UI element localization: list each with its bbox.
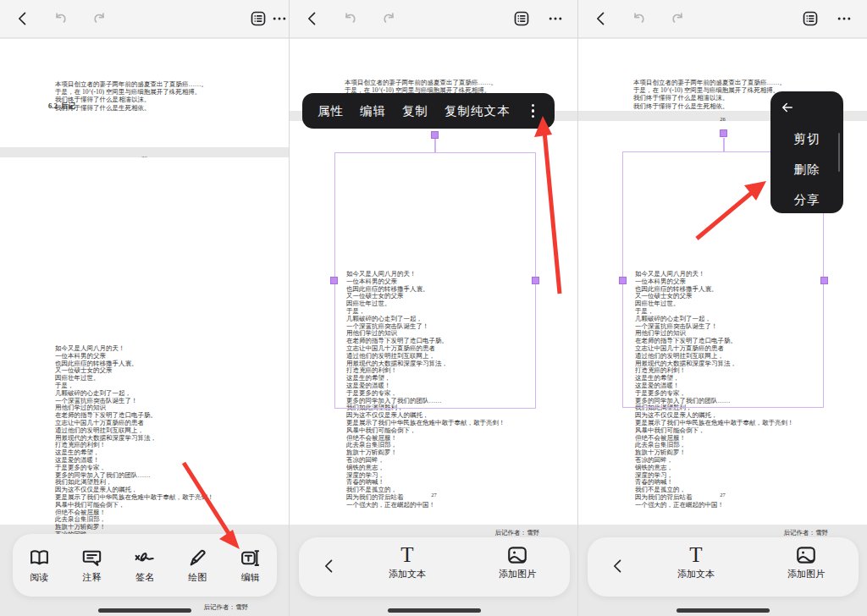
pdf-page-27: 如今又是人间八月的天！一位本科男的父亲也因此癌症的转移撒手人寰。又一位硕士女的父… [0,157,289,525]
context-menu-item-edit[interactable]: 编辑 [360,103,386,119]
more-menu-button[interactable] [546,9,565,28]
author-line: 后记作者：雪野 [346,530,539,537]
edit-bottom-toolbar: T 添加文本 添加图片 [299,537,570,597]
top-toolbar [578,0,867,37]
outline-button[interactable] [249,9,268,28]
image-icon [506,544,528,566]
screen-edit-selection: 本项目创立者的妻子两年前的盛夏查出了直肠癌……。于是，在 10^(-10) 空间… [290,0,578,616]
text-selection-box[interactable] [334,152,536,409]
add-text-label: 添加文本 [677,568,715,580]
more-menu-button[interactable] [270,9,289,28]
outline-button[interactable] [801,9,820,28]
add-image-label: 添加图片 [787,568,825,580]
tool-annotate[interactable]: 注释 [69,547,115,584]
paragraph-line: 本项目创立者的妻子两年前的盛夏查出了直肠癌……。 [633,79,841,86]
pdf-page-26: 6.2 后记 本项目创立者的妻子两年前的盛夏查出了直肠癌……。于是，在 10^(… [0,39,289,147]
tool-draw[interactable]: 编辑 绘图 [174,547,220,584]
add-text-label: 添加文本 [389,568,426,580]
edit-bottom-toolbar: T 添加文本 添加图片 [588,537,859,597]
context-menu-overflow-icon[interactable] [527,101,540,122]
toolbar-back-button[interactable] [321,558,340,576]
paragraph-line: 本项目创立者的妻子两年前的盛夏查出了直肠癌……。 [55,80,262,88]
selection-stem [723,138,725,152]
context-menu-item-copy[interactable]: 复制 [402,103,428,119]
menu-scroll-indicator [838,133,840,172]
tool-sign[interactable]: 签名 [122,547,168,584]
redo-button[interactable] [668,9,687,28]
selection-context-menu: 属性 编辑 复制 复制纯文本 [302,93,555,129]
tool-read-label: 阅读 [30,571,48,584]
paragraph-line: 于是，在 10^(-10) 空间里与癌细胞展开了殊死相搏。 [55,88,262,96]
menu-item-share[interactable]: 分享 [770,192,843,208]
menu-item-cut[interactable]: 剪切 [770,131,843,147]
screen-overflow-menu: 本项目创立者的妻子两年前的盛夏查出了直肠癌……。于是，在 10^(-10) 空间… [578,0,867,616]
selection-stem [434,139,436,153]
top-toolbar [290,0,578,37]
poem-line: 一个强大的，正在崛起的中国！ [346,502,539,509]
add-image-button[interactable]: 添加图片 [768,544,844,580]
poem-line: 因癌壮年过世。 [55,375,248,382]
back-button[interactable] [592,9,610,28]
redo-button[interactable] [90,9,108,28]
context-menu-item-copy-plain[interactable]: 复制纯文本 [445,103,511,119]
text-T-icon: T [689,544,702,566]
tool-sign-label: 签名 [135,571,154,584]
paragraph-line: 我们终于懂得了什么是生死相依。 [55,104,262,112]
tool-annotate-label: 注释 [83,571,102,584]
page26-paragraph: 本项目创立者的妻子两年前的盛夏查出了直肠癌……。于是，在 10^(-10) 空间… [55,80,262,112]
paragraph-line: 本项目创立者的妻子两年前的盛夏查出了直肠癌……。 [345,79,552,86]
selection-overflow-menu: 剪切 删除 分享 [770,91,843,213]
selection-handle-right[interactable] [820,277,828,284]
mode-toolbar: 阅读 注释 签名 编辑 绘图 编辑 [13,534,277,597]
selection-handle-top[interactable] [720,129,727,137]
undo-button[interactable] [341,9,360,28]
screen-read-mode: 6.2 后记 本项目创立者的妻子两年前的盛夏查出了直肠癌……。于是，在 10^(… [0,0,289,616]
home-indicator[interactable] [98,608,191,613]
add-image-label: 添加图片 [499,568,536,580]
page-number: 27 [290,492,578,498]
tool-read[interactable]: 阅读 [16,547,62,584]
tool-edit-label: 编辑 [241,571,260,584]
poem-line: 一个强大的，正在崛起的中国！ [635,502,828,509]
panel-divider [577,0,578,616]
tool-edit[interactable]: 编辑 [228,547,273,584]
author-line: 后记作者：雪野 [635,530,828,537]
add-text-button[interactable]: T 添加文本 [369,544,445,580]
selection-handle-right[interactable] [532,277,539,284]
top-toolbar [0,0,289,37]
selection-handle-top[interactable] [431,131,439,139]
selection-handle-left[interactable] [330,277,338,284]
redo-button[interactable] [379,9,398,28]
undo-button[interactable] [630,9,649,28]
home-indicator[interactable] [388,608,481,613]
toolbar-back-button[interactable] [610,558,628,576]
outline-button[interactable] [512,9,531,28]
undo-button[interactable] [52,9,70,28]
menu-back-button[interactable] [779,100,798,117]
paragraph-line: 我们终于懂得了什么是相濡以沫。 [55,96,262,103]
back-button[interactable] [14,9,32,28]
home-indicator[interactable] [676,608,770,613]
more-menu-button[interactable] [835,9,853,28]
back-button[interactable] [303,9,322,28]
tool-draw-label: 绘图 [188,571,207,584]
selection-handle-left[interactable] [619,277,627,284]
image-icon [795,544,817,566]
text-T-icon: T [400,544,413,566]
context-menu-item-properties[interactable]: 属性 [318,103,344,119]
add-text-button[interactable]: T 添加文本 [658,544,734,580]
page-number: 27 [578,492,867,498]
panel-divider [289,0,290,616]
add-image-button[interactable]: 添加图片 [479,544,555,580]
menu-item-delete[interactable]: 删除 [770,162,843,178]
